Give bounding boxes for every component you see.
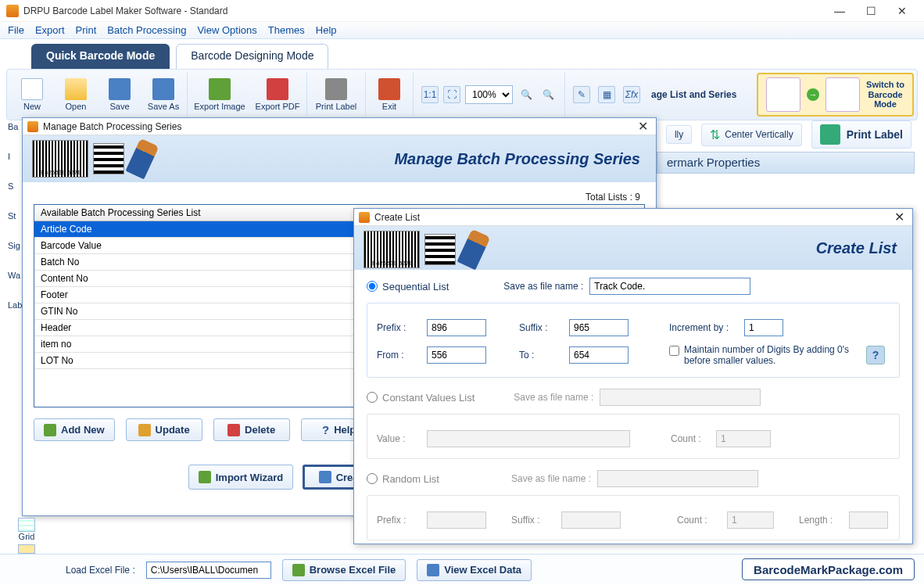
- menu-file[interactable]: File: [8, 24, 24, 36]
- from-label: From :: [377, 350, 417, 361]
- print-label-big-button[interactable]: Print Label: [811, 120, 911, 149]
- menubar: File Export Print Batch Processing View …: [0, 22, 924, 39]
- menu-print[interactable]: Print: [76, 24, 97, 36]
- brush-icon: [125, 138, 159, 180]
- arrow-icon: →: [807, 88, 819, 101]
- add-new-button[interactable]: Add New: [34, 418, 115, 441]
- excel-path-input[interactable]: [146, 562, 271, 579]
- save-filename-label: Save as file name :: [511, 473, 591, 484]
- minimize-button[interactable]: —: [824, 0, 855, 22]
- export-pdf-button[interactable]: Export PDF: [250, 71, 305, 118]
- open-button[interactable]: Open: [54, 71, 98, 118]
- grid-tool[interactable]: Grid: [11, 518, 42, 541]
- sequential-section: Prefix : Suffix : Increment by : From : …: [367, 303, 900, 378]
- constant-filename-input: [600, 389, 761, 406]
- sequential-list-radio[interactable]: Sequential List: [367, 281, 449, 292]
- import-icon: [199, 471, 211, 483]
- browse-excel-button[interactable]: Browse Excel File: [282, 559, 406, 581]
- constant-list-radio[interactable]: Constant Values List: [367, 392, 475, 404]
- save-as-button[interactable]: Save As: [141, 71, 185, 118]
- random-list-radio[interactable]: Random List: [367, 473, 439, 485]
- to-input[interactable]: [569, 346, 629, 364]
- disk-icon: [152, 78, 174, 100]
- close-button[interactable]: ✕: [886, 0, 918, 22]
- menu-batch[interactable]: Batch Processing: [107, 24, 186, 36]
- random-prefix-input: [427, 511, 486, 529]
- dialog-banner-title: Manage Batch Processing Series: [394, 150, 640, 168]
- count-input: [716, 430, 771, 447]
- folder-icon: [65, 78, 87, 100]
- plus-icon: [44, 424, 56, 436]
- dialog-icon: [27, 121, 38, 132]
- mode-icon-left: [766, 77, 800, 112]
- switch-mode-button[interactable]: → Switch toBarcodeMode: [757, 73, 914, 117]
- save-filename-label: Save as file name :: [514, 392, 593, 403]
- to-label: To :: [519, 350, 560, 361]
- random-section: Prefix : Suffix : Count : Length :: [367, 495, 900, 540]
- dialog-close-button[interactable]: ✕: [635, 119, 651, 134]
- zoom-out-icon[interactable]: 🔍: [539, 86, 557, 103]
- properties-panel-header: ermark Properties: [657, 152, 915, 174]
- mode-tabs: Quick Barcode Mode Barcode Designing Mod…: [0, 39, 924, 69]
- menu-export[interactable]: Export: [35, 24, 65, 36]
- ruler-icon: [18, 544, 35, 554]
- save-filename-input[interactable]: [589, 278, 750, 295]
- fx-icon[interactable]: Σfx: [623, 86, 640, 103]
- export-image-button[interactable]: Export Image: [189, 71, 250, 118]
- center-vertically-button[interactable]: ⇅Center Vertically: [701, 124, 801, 146]
- view-excel-button[interactable]: View Excel Data: [417, 559, 532, 581]
- menu-help[interactable]: Help: [316, 24, 337, 36]
- tab-quick-barcode[interactable]: Quick Barcode Mode: [31, 44, 170, 69]
- dialog-close-button[interactable]: ✕: [891, 210, 908, 224]
- new-label: New: [23, 102, 41, 111]
- delete-button[interactable]: Delete: [213, 418, 290, 441]
- main-toolbar: New Open Save Save As Export Image Expor…: [6, 69, 918, 120]
- zoom-fit-icon[interactable]: 1:1: [421, 86, 439, 103]
- center-vertical-icon: ⇅: [710, 127, 720, 142]
- dialog-icon: [359, 212, 370, 223]
- tab-barcode-designing[interactable]: Barcode Designing Mode: [176, 44, 328, 69]
- increment-input[interactable]: [744, 319, 783, 336]
- random-filename-input: [597, 470, 758, 487]
- increment-label: Increment by :: [669, 322, 735, 333]
- zoom-in-icon[interactable]: 🔍: [518, 86, 535, 103]
- new-button[interactable]: New: [10, 71, 54, 118]
- grid-icon: [18, 518, 35, 532]
- center-horizontally-button[interactable]: lly: [666, 125, 692, 144]
- brush-icon: [457, 229, 490, 271]
- qr-icon: [424, 234, 456, 265]
- image-icon: [209, 78, 231, 100]
- suffix-label: Suffix :: [519, 322, 560, 333]
- random-length-input: [849, 511, 888, 529]
- dialog-title: Manage Batch Processing Series: [43, 121, 635, 132]
- window-titlebar: DRPU Barcode Label Maker Software - Stan…: [0, 0, 924, 22]
- load-excel-label: Load Excel File :: [66, 565, 135, 576]
- prefix-input[interactable]: [427, 319, 486, 336]
- update-button[interactable]: Update: [126, 418, 202, 441]
- help-icon: ?: [322, 423, 329, 436]
- barcode-icon: 8 426539 5278: [32, 140, 88, 178]
- save-button[interactable]: Save: [98, 71, 141, 118]
- print-label-button[interactable]: Print Label: [309, 71, 364, 118]
- exit-button[interactable]: Exit: [367, 71, 411, 118]
- help-icon[interactable]: ?: [866, 346, 885, 364]
- create-list-dialog: Create List ✕ 8 426539 5278 Create List …: [353, 208, 913, 544]
- maximize-button[interactable]: ☐: [855, 0, 886, 22]
- menu-view[interactable]: View Options: [197, 24, 256, 36]
- excel-icon: [292, 564, 305, 576]
- import-wizard-button[interactable]: Import Wizard: [188, 465, 294, 490]
- from-input[interactable]: [427, 346, 486, 364]
- watermark: BarcodeMarkPackage.com: [742, 558, 915, 580]
- app-icon: [6, 5, 19, 17]
- view-icon: [427, 564, 439, 576]
- zoom-select[interactable]: 100%: [465, 85, 513, 104]
- table-icon[interactable]: ▦: [598, 86, 615, 103]
- dialog-title: Create List: [374, 212, 891, 223]
- qr-icon: [93, 143, 124, 174]
- zoom-actual-icon[interactable]: ⛶: [443, 86, 460, 103]
- menu-themes[interactable]: Themes: [268, 24, 305, 36]
- edit-icon[interactable]: ✎: [573, 86, 590, 103]
- mode-icon-right: [826, 77, 860, 112]
- maintain-digits-checkbox[interactable]: Maintain number of Digits By adding 0's …: [669, 344, 857, 366]
- suffix-input[interactable]: [569, 319, 629, 336]
